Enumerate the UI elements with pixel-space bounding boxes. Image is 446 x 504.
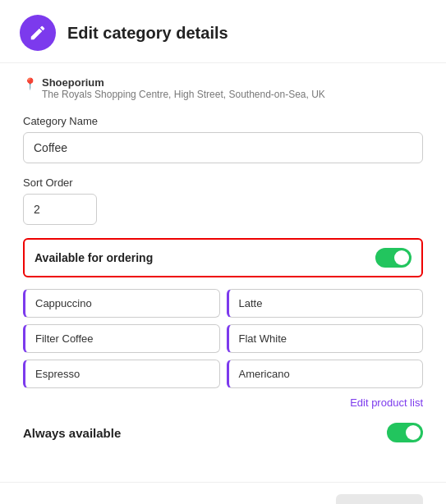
edit-product-link-container: Edit product list — [23, 395, 423, 410]
category-name-label: Category Name — [23, 115, 423, 127]
page-title: Edit category details — [67, 24, 228, 43]
product-item: Filter Coffee — [23, 324, 220, 353]
product-item: Americano — [227, 360, 424, 388]
sort-order-group: Sort Order — [23, 176, 423, 225]
location-name: Shoeporium — [42, 76, 325, 89]
main-content: 📍 Shoeporium The Royals Shopping Centre,… — [0, 63, 446, 482]
sort-order-label: Sort Order — [23, 176, 423, 189]
product-item: Latte — [227, 289, 424, 318]
product-name: Cappuccino — [35, 297, 92, 309]
location-address: The Royals Shopping Centre, High Street,… — [42, 89, 325, 100]
always-toggle-slider — [387, 423, 423, 442]
always-available-label: Always available — [23, 426, 121, 440]
product-name: Espresso — [35, 368, 80, 380]
save-button[interactable]: Save — [336, 494, 423, 504]
sort-order-input[interactable] — [23, 194, 97, 225]
available-for-ordering-row: Available for ordering — [23, 238, 423, 277]
product-name: Americano — [239, 368, 290, 380]
header: Edit category details — [0, 0, 446, 63]
back-button[interactable]: Back — [23, 496, 57, 504]
product-item: Cappuccino — [23, 289, 220, 318]
available-label: Available for ordering — [34, 251, 153, 264]
footer: Back Save — [0, 482, 446, 504]
product-name: Flat White — [239, 332, 287, 345]
always-available-row: Always available — [23, 423, 423, 442]
app-icon — [20, 15, 56, 51]
toggle-slider — [375, 248, 412, 268]
available-toggle[interactable] — [375, 248, 412, 268]
products-grid: Cappuccino Latte Filter Coffee Flat Whit… — [23, 289, 423, 388]
product-item: Espresso — [23, 360, 220, 388]
product-name: Latte — [239, 297, 263, 309]
location-row: 📍 Shoeporium The Royals Shopping Centre,… — [23, 76, 423, 100]
category-name-group: Category Name — [23, 115, 423, 163]
always-available-toggle[interactable] — [387, 423, 423, 442]
location-info: Shoeporium The Royals Shopping Centre, H… — [42, 76, 325, 100]
category-name-input[interactable] — [23, 132, 423, 163]
location-icon: 📍 — [23, 77, 37, 90]
product-name: Filter Coffee — [35, 332, 94, 345]
edit-product-list-link[interactable]: Edit product list — [350, 396, 423, 409]
product-item: Flat White — [227, 324, 424, 353]
